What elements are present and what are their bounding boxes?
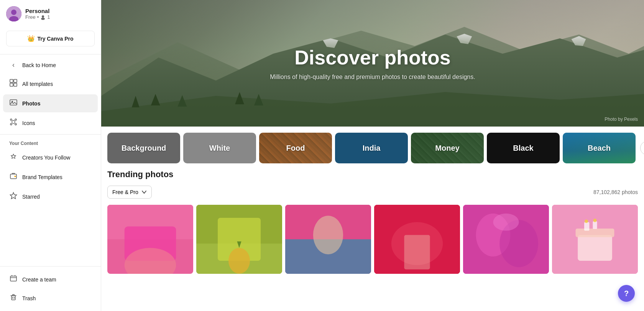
svg-rect-6 <box>14 79 17 82</box>
templates-icon <box>9 79 18 89</box>
svg-point-68 <box>593 219 597 222</box>
svg-point-14 <box>10 123 12 125</box>
svg-rect-65 <box>584 222 589 230</box>
trash-icon <box>9 293 18 303</box>
svg-rect-66 <box>593 221 597 229</box>
photo-card-4[interactable] <box>374 205 460 274</box>
help-button[interactable]: ? <box>618 285 635 302</box>
svg-point-67 <box>585 219 588 223</box>
trash-label: Trash <box>22 295 36 301</box>
svg-point-50 <box>313 216 343 254</box>
food-chip-label: Food <box>286 144 305 153</box>
sidebar-item-icons[interactable]: Icons <box>3 114 98 132</box>
svg-point-17 <box>15 176 16 177</box>
white-chip-label: White <box>209 144 230 153</box>
money-chip-label: Money <box>435 144 459 153</box>
user-name: Personal <box>25 8 50 14</box>
all-templates-label: All templates <box>22 81 53 87</box>
photos-icon <box>9 99 18 108</box>
photo-grid <box>107 205 638 274</box>
svg-point-12 <box>10 119 12 120</box>
brand-label: Brand Templates <box>22 174 62 180</box>
svg-rect-23 <box>12 296 15 300</box>
person-icon <box>40 15 46 20</box>
trending-title: Trending photos <box>107 169 638 179</box>
hero-title: Discover photos <box>270 46 475 69</box>
divider <box>0 54 101 54</box>
filter-row: Free & Pro 87,102,862 photos <box>107 186 638 199</box>
try-pro-button[interactable]: 👑 Try Canva Pro <box>6 31 95 46</box>
filter-label: Free & Pro <box>112 189 138 195</box>
photos-label: Photos <box>22 100 40 107</box>
sidebar-item-starred[interactable]: Starred <box>3 188 98 206</box>
sidebar-item-all-templates[interactable]: All templates <box>3 75 98 93</box>
svg-point-45 <box>228 248 250 273</box>
sidebar-item-brand[interactable]: Brand Templates <box>3 168 98 186</box>
sidebar: Personal Free • 1 👑 Try Canva Pro ‹ Back… <box>0 0 101 311</box>
india-chip-label: India <box>363 144 381 153</box>
create-team-label: Create a team <box>22 276 56 283</box>
sidebar-item-photos[interactable]: Photos <box>3 94 98 112</box>
hero-credit: Photo by Pexels <box>605 117 638 122</box>
svg-marker-18 <box>10 193 17 199</box>
svg-point-4 <box>41 18 45 20</box>
chevron-down-icon <box>141 189 147 195</box>
creators-icon <box>9 153 18 162</box>
svg-point-13 <box>15 119 16 120</box>
black-chip-label: Black <box>513 144 533 153</box>
svg-point-3 <box>42 15 44 18</box>
photo-card-3[interactable] <box>285 205 371 274</box>
beach-chip-label: Beach <box>588 144 611 153</box>
svg-rect-8 <box>14 83 17 86</box>
svg-rect-9 <box>10 100 17 105</box>
photo-card-5[interactable] <box>463 205 549 274</box>
category-chip-food[interactable]: Food <box>259 133 332 163</box>
icons-icon <box>9 118 18 128</box>
help-icon: ? <box>624 289 629 298</box>
svg-point-15 <box>15 123 16 125</box>
user-profile[interactable]: Personal Free • 1 <box>0 0 101 28</box>
brand-icon <box>9 172 18 182</box>
category-chip-black[interactable]: Black <box>487 133 560 163</box>
hero-section: Discover photos Millions of high-quality… <box>101 0 644 127</box>
create-team-icon <box>9 275 18 284</box>
icons-label: Icons <box>22 120 35 126</box>
trending-section: Trending photos Free & Pro 87,102,862 ph… <box>101 169 644 274</box>
svg-point-59 <box>493 214 519 231</box>
back-home-label: Back to Home <box>22 62 56 68</box>
hero-subtitle: Millions of high-quality free and premiu… <box>270 74 475 81</box>
svg-rect-55 <box>404 235 430 270</box>
category-chip-beach[interactable]: Beach <box>563 133 636 163</box>
user-plan: Free • 1 <box>25 14 50 20</box>
try-pro-label: Try Canva Pro <box>37 36 73 42</box>
category-chip-background[interactable]: Background <box>107 133 180 163</box>
crown-icon: 👑 <box>27 35 35 42</box>
photo-card-2[interactable] <box>196 205 282 274</box>
filter-select[interactable]: Free & Pro <box>107 186 152 199</box>
background-chip-label: Background <box>122 144 166 153</box>
category-chip-white[interactable]: White <box>183 133 256 163</box>
main-content: Discover photos Millions of high-quality… <box>101 0 644 311</box>
category-chip-india[interactable]: India <box>335 133 408 163</box>
starred-label: Starred <box>22 194 40 200</box>
svg-rect-5 <box>10 79 13 82</box>
svg-rect-19 <box>10 276 16 281</box>
avatar <box>6 6 21 21</box>
starred-icon <box>9 192 18 201</box>
creators-label: Creators You Follow <box>22 155 70 161</box>
photo-card-1[interactable] <box>107 205 193 274</box>
sidebar-item-trash[interactable]: Trash <box>3 289 98 307</box>
your-content-label: Your Content <box>0 136 101 148</box>
sidebar-item-back-home[interactable]: ‹ Back to Home <box>3 57 98 73</box>
svg-rect-64 <box>576 229 614 237</box>
sidebar-item-create-team[interactable]: Create a team <box>3 270 98 288</box>
categories-row: Background White Food India Money Black … <box>101 127 644 169</box>
categories-next-arrow[interactable] <box>640 141 644 155</box>
divider-2 <box>0 134 101 135</box>
svg-point-11 <box>12 120 15 123</box>
hero-content: Discover photos Millions of high-quality… <box>270 46 475 81</box>
photo-count: 87,102,862 photos <box>593 189 638 195</box>
photo-card-6[interactable] <box>552 205 638 274</box>
sidebar-item-creators[interactable]: Creators You Follow <box>3 148 98 166</box>
category-chip-money[interactable]: Money <box>411 133 484 163</box>
